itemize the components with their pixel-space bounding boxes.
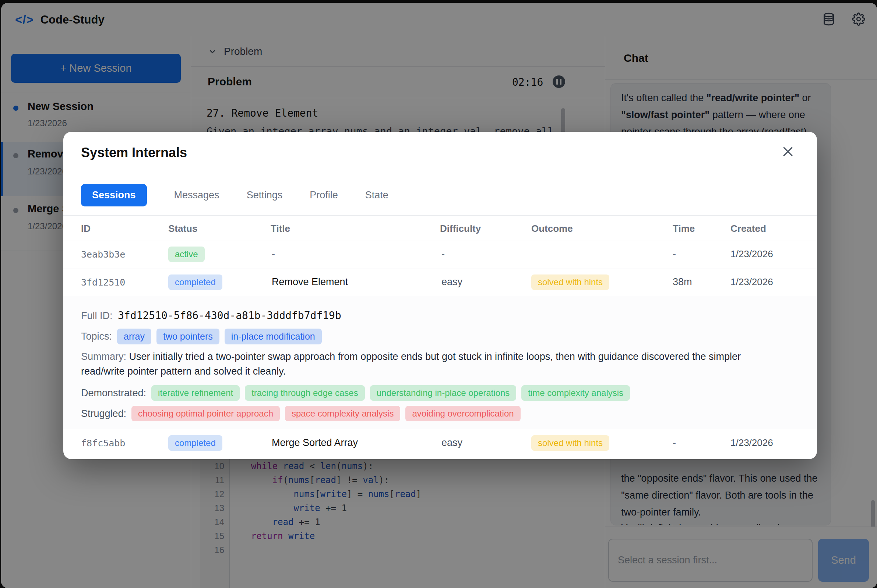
col-header-created: Created bbox=[730, 223, 766, 234]
modal-title: System Internals bbox=[81, 145, 187, 160]
struggled-label: Struggled: bbox=[81, 408, 126, 420]
tab-profile[interactable]: Profile bbox=[309, 189, 338, 201]
col-header-outcome: Outcome bbox=[531, 223, 573, 234]
divider bbox=[63, 241, 817, 241]
struggle-badge: space complexity analysis bbox=[285, 406, 400, 422]
outcome-badge: solved with hints bbox=[531, 435, 609, 451]
col-header-id: ID bbox=[81, 223, 90, 234]
skill-badge: tracing through edge cases bbox=[245, 385, 365, 401]
col-header-status: Status bbox=[168, 223, 197, 234]
struggled-row: Struggled: choosing optimal pointer appr… bbox=[81, 406, 521, 422]
topic-badge: array bbox=[117, 328, 151, 344]
session-detail-panel: Full ID: 3fd12510-5f86-430d-a81b-3dddfb7… bbox=[63, 296, 817, 429]
skill-badge: time complexity analysis bbox=[521, 385, 630, 401]
full-id-value: 3fd12510-5f86-430d-a81b-3dddfb7df19b bbox=[118, 309, 341, 322]
divider bbox=[63, 429, 817, 429]
status-badge: completed bbox=[168, 274, 222, 290]
system-internals-modal: System Internals Sessions Messages Setti… bbox=[63, 132, 817, 459]
full-id-label: Full ID: bbox=[81, 310, 113, 321]
modal-tabs: Sessions Messages Settings Profile State bbox=[81, 183, 389, 207]
skill-badge: iterative refinement bbox=[151, 385, 240, 401]
tab-state[interactable]: State bbox=[365, 189, 389, 201]
tab-messages[interactable]: Messages bbox=[174, 189, 219, 201]
col-header-title: Title bbox=[270, 223, 290, 234]
summary-text: Summary: User initially tried a two-poin… bbox=[81, 349, 777, 379]
divider bbox=[63, 175, 817, 175]
skill-badge: understanding in-place operations bbox=[370, 385, 517, 401]
close-icon[interactable] bbox=[781, 144, 797, 160]
topic-badge: two pointers bbox=[156, 328, 219, 344]
summary-label: Summary: bbox=[81, 351, 126, 362]
outcome-badge: solved with hints bbox=[531, 274, 609, 290]
tab-sessions[interactable]: Sessions bbox=[81, 184, 147, 206]
tab-settings[interactable]: Settings bbox=[247, 189, 283, 201]
demonstrated-row: Demonstrated: iterative refinement traci… bbox=[81, 385, 630, 401]
col-header-difficulty: Difficulty bbox=[440, 223, 481, 234]
divider bbox=[63, 268, 817, 269]
demonstrated-label: Demonstrated: bbox=[81, 387, 146, 399]
col-header-time: Time bbox=[673, 223, 695, 234]
status-badge: completed bbox=[168, 435, 222, 451]
divider bbox=[63, 215, 817, 216]
status-badge: active bbox=[168, 246, 205, 262]
topics-row: Topics: array two pointers in-place modi… bbox=[81, 328, 322, 344]
topics-label: Topics: bbox=[81, 331, 112, 342]
topic-badge: in-place modification bbox=[225, 328, 322, 344]
struggle-badge: choosing optimal pointer approach bbox=[131, 406, 280, 422]
struggle-badge: avoiding overcomplication bbox=[405, 406, 520, 422]
